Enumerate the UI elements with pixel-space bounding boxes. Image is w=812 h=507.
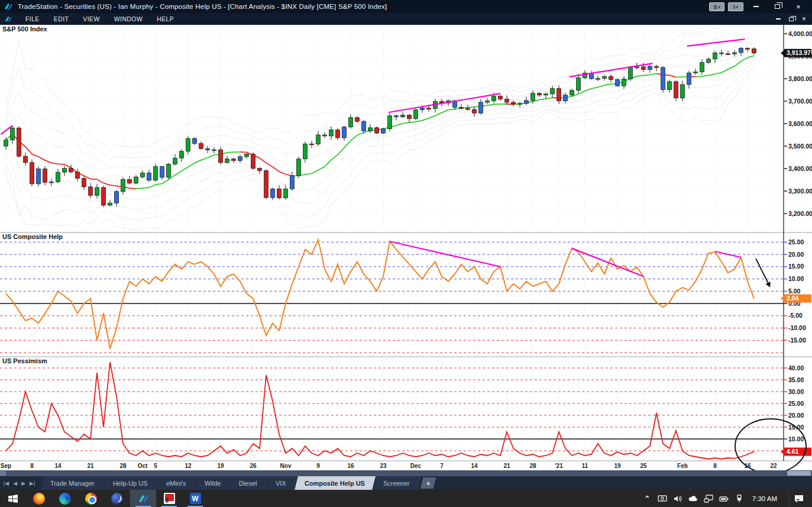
battery-icon[interactable] [719, 493, 729, 503]
onedrive-cloud-icon[interactable] [688, 493, 698, 503]
candle [147, 173, 151, 180]
minimize-button[interactable] [747, 1, 765, 12]
screen-cast-icon[interactable] [658, 493, 668, 503]
tab-nav-next-icon[interactable]: ▶ [21, 480, 25, 486]
pessimism-axis-label: 25.00 [788, 400, 804, 407]
candle [531, 93, 535, 101]
candle [746, 49, 750, 50]
composite-axis-label: 20.00 [788, 251, 804, 258]
tab-wilde[interactable]: Wilde [195, 476, 231, 490]
menu-item-help[interactable]: HELP [150, 15, 181, 22]
x-axis-label: Dec [410, 463, 422, 469]
composite-panel-title: US Composite Help [1, 233, 64, 240]
scrollbar-left-cap[interactable] [0, 471, 6, 476]
child-close-button[interactable]: × [802, 15, 806, 22]
candle [271, 189, 275, 198]
candle [245, 154, 249, 157]
insert-button[interactable]: I▾ [728, 2, 743, 11]
tab-nav-first-icon[interactable]: |◀ [4, 480, 9, 486]
candle [700, 63, 704, 72]
pessimism-axis: 40.0035.0030.0025.0020.0015.0010.00 [784, 364, 804, 443]
x-axis-label: 16 [347, 463, 354, 469]
taskbar-red-6-app[interactable]: 6 [156, 490, 182, 507]
candle [167, 164, 171, 177]
chart-scrollbar[interactable] [0, 470, 812, 476]
close-button[interactable]: × [790, 1, 807, 12]
composite-axis-label: 10.00 [788, 275, 804, 282]
tab-eminis[interactable]: eMini's [156, 476, 197, 490]
action-center-icon[interactable] [788, 490, 808, 507]
candle [186, 138, 190, 151]
menu-item-window[interactable]: WINDOW [107, 15, 150, 22]
tab-composite-help-us[interactable]: Composite Help US [295, 476, 376, 490]
candle [323, 135, 327, 136]
style-button[interactable]: S▾ [709, 2, 724, 11]
pessimism-series [6, 362, 754, 459]
candle [564, 95, 568, 101]
pessimism-last-badge: 4.61 [781, 448, 811, 456]
tray-chevron-up-icon[interactable]: ⌃ [642, 493, 652, 503]
candle [648, 66, 652, 69]
tab-trade-manager[interactable]: Trade Manager [41, 476, 106, 490]
menu-item-view[interactable]: VIEW [76, 15, 106, 22]
add-tab-button[interactable]: + [420, 477, 436, 489]
menu-item-file[interactable]: FILE [18, 15, 47, 22]
restore-button[interactable] [768, 1, 786, 12]
x-axis-label: 14 [471, 463, 478, 469]
candle [4, 140, 8, 146]
x-axis-label: '21 [555, 463, 563, 469]
tab-screener[interactable]: Screener [373, 476, 420, 490]
pessimism-panel-title: US Pessimism [1, 357, 48, 364]
system-tray: ⌃ 7:30 AM [642, 490, 812, 507]
candle [336, 130, 340, 138]
candle [492, 96, 496, 101]
svg-text:4.61: 4.61 [787, 448, 799, 455]
price-axis-label: 3,300.00 [788, 188, 812, 195]
candle [661, 67, 665, 90]
volume-icon[interactable] [673, 493, 683, 503]
candle [43, 169, 47, 182]
candle [603, 76, 607, 78]
chart-canvas[interactable]: 4,000.003,900.003,800.003,700.003,600.00… [0, 25, 812, 476]
composite-series [6, 240, 754, 349]
x-axis-label: 8 [30, 463, 34, 469]
candle [609, 76, 613, 79]
taskbar-edge[interactable] [52, 490, 78, 507]
candle [420, 108, 425, 110]
tab-diesel[interactable]: Diesel [229, 476, 267, 490]
candle [720, 53, 724, 54]
start-button[interactable] [0, 490, 26, 507]
taskbar-firefox[interactable] [26, 490, 52, 507]
title-bar: TradeStation - Securities (US) - Ian Mur… [0, 0, 812, 13]
candle [655, 66, 659, 67]
child-minimize-button[interactable] [776, 18, 781, 20]
taskbar-clock[interactable]: 7:30 AM [750, 495, 783, 502]
network-monitor-icon[interactable] [704, 493, 714, 503]
taskbar-chrome[interactable] [78, 490, 104, 507]
menu-bar: FILE EDIT VIEW WINDOW HELP × [0, 13, 812, 25]
tab-vix[interactable]: VIX [266, 476, 296, 490]
composite-axis-label: 25.00 [788, 238, 804, 246]
candle [193, 138, 197, 143]
child-restore-button[interactable] [789, 17, 794, 21]
pessimism-axis-label: 10.00 [788, 435, 804, 443]
tab-help-up-us[interactable]: Help-Up US [103, 476, 158, 490]
candle [687, 73, 691, 85]
usb-icon[interactable] [735, 493, 745, 503]
x-axis-label: Oct [138, 463, 148, 469]
tab-nav-prev-icon[interactable]: ◀ [13, 480, 17, 486]
candle [30, 163, 34, 184]
menu-item-edit[interactable]: EDIT [47, 15, 76, 22]
tab-nav-last-icon[interactable]: ▶| [30, 480, 35, 486]
candle [505, 99, 509, 102]
taskbar-word[interactable]: W [182, 490, 208, 507]
scrollbar-thumb[interactable] [787, 471, 811, 476]
candle [134, 177, 138, 183]
price-axis-label: 3,700.00 [788, 98, 812, 105]
x-axis-label: Feb [677, 463, 688, 469]
candle [733, 53, 737, 54]
taskbar-swoosh-app[interactable] [104, 490, 130, 507]
x-axis-label: 28 [529, 463, 536, 469]
candle [251, 154, 255, 168]
taskbar-tradestation[interactable] [130, 490, 156, 507]
